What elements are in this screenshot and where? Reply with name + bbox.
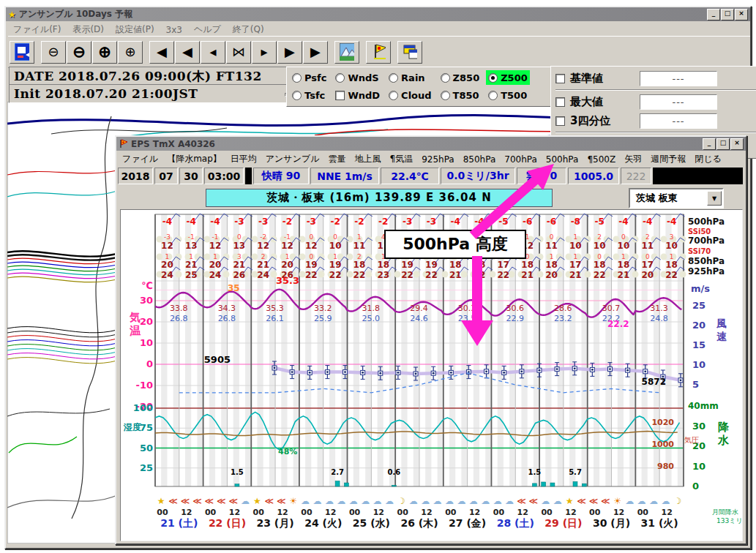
step-back-button[interactable]: ◀: [175, 41, 200, 64]
zoom-in-fine-button[interactable]: ⊕: [118, 41, 143, 64]
bg-menu-item[interactable]: 3x3: [160, 24, 188, 36]
stop-button[interactable]: ⋈: [226, 41, 251, 64]
status-day[interactable]: 30: [179, 168, 203, 184]
bg-menu-item[interactable]: 終了(Q): [227, 23, 270, 37]
radio-icon[interactable]: [441, 91, 450, 100]
stat-value-field[interactable]: ---: [640, 71, 717, 86]
stat-value-field[interactable]: ---: [640, 113, 717, 129]
next-frame-button[interactable]: ▸: [252, 41, 277, 64]
svg-text:-4: -4: [474, 217, 484, 227]
checkbox-icon[interactable]: [335, 91, 345, 100]
status-weather[interactable]: 快晴 90: [253, 168, 309, 184]
svg-text:☁: ☁: [493, 496, 502, 506]
status-year[interactable]: 2018: [118, 168, 153, 184]
bg-menu-item[interactable]: ファイル(F): [7, 23, 67, 37]
param-z500[interactable]: Z500: [486, 70, 530, 85]
fast-forward-button[interactable]: ▶: [303, 41, 328, 64]
zoom-out-button[interactable]: ⊖: [67, 41, 91, 64]
status-wind[interactable]: NNE 1m/s: [310, 168, 379, 184]
step-forward-button[interactable]: ▶: [277, 41, 302, 64]
zoom-in-button[interactable]: ⊕: [92, 41, 117, 64]
svg-text:-10: -10: [136, 380, 154, 391]
radio-icon[interactable]: [335, 73, 345, 83]
status-temp[interactable]: 22.4℃: [381, 168, 439, 184]
param-t850[interactable]: T850: [438, 89, 482, 103]
eps-menu-item[interactable]: ¶気温: [385, 152, 417, 166]
eps-menu-item[interactable]: ファイル: [118, 152, 162, 166]
eps-titlebar[interactable]: EPS TmX A40326 _□×: [116, 137, 746, 151]
bg-menu-item[interactable]: 表示(D): [67, 23, 110, 37]
svg-text:21: 21: [257, 260, 269, 270]
svg-text:22: 22: [498, 270, 510, 280]
eps-close-button[interactable]: ×: [730, 138, 744, 150]
prev-frame-button[interactable]: ◂: [201, 41, 225, 64]
bg-menu-item[interactable]: ヘルプ: [188, 23, 227, 37]
eps-minimize-button[interactable]: _: [703, 138, 716, 150]
svg-text:-4: -4: [667, 217, 676, 227]
eps-maximize-button[interactable]: □: [716, 138, 730, 150]
status-pressure[interactable]: 1005.0: [568, 168, 619, 184]
eps-menu-item[interactable]: 雲量: [323, 152, 350, 166]
param-z850[interactable]: Z850: [438, 70, 482, 85]
param-wndd[interactable]: WndD: [333, 89, 382, 103]
eps-menu-item[interactable]: 925hPa: [417, 154, 459, 165]
svg-text:0: 0: [309, 233, 313, 241]
zoom-out-fine-button[interactable]: ⊖: [41, 41, 66, 64]
param-tsfc[interactable]: Tsfc: [290, 89, 329, 103]
svg-text:12: 12: [421, 508, 432, 517]
param-cloud[interactable]: Cloud: [386, 89, 434, 103]
radio-icon[interactable]: [441, 73, 450, 83]
eps-menu-item[interactable]: 700hPa: [500, 154, 542, 165]
rewind-button[interactable]: ◀: [149, 41, 174, 64]
radio-icon[interactable]: [389, 91, 398, 100]
svg-text:気圧: 気圧: [684, 436, 699, 444]
svg-text:SSi70: SSi70: [688, 247, 711, 255]
radio-icon[interactable]: [389, 73, 398, 83]
param-wnds[interactable]: WndS: [333, 70, 382, 85]
param-rain[interactable]: Rain: [386, 70, 434, 85]
eps-menu-item[interactable]: 地上風: [350, 152, 385, 166]
eps-menu-item[interactable]: 500hPa: [542, 154, 583, 165]
status-rain[interactable]: 0.0ミリ/3hr: [441, 168, 515, 184]
param-label: T500: [501, 90, 527, 101]
svg-text:速: 速: [716, 331, 727, 342]
status-row: 2018073003:00快晴 90NNE 1m/s22.4℃0.0ミリ/3hr…: [118, 167, 743, 185]
flag-button[interactable]: [366, 41, 391, 64]
station-select[interactable]: 茨城 板東 ▼: [629, 188, 724, 208]
status-cloud[interactable]: 雲量 0: [517, 168, 566, 184]
param-psfc[interactable]: Psfc: [290, 70, 329, 85]
bg-menu-item[interactable]: 設定値(P): [110, 23, 160, 37]
chevron-down-icon[interactable]: ▼: [707, 191, 722, 206]
eps-menu-item[interactable]: 矢羽: [620, 152, 646, 166]
svg-text:SSi50: SSi50: [688, 227, 711, 236]
image-view-button[interactable]: [334, 41, 359, 64]
checkbox-icon[interactable]: [555, 116, 565, 126]
svg-text:00: 00: [493, 508, 505, 517]
eps-menu-item[interactable]: 日平均: [226, 152, 261, 166]
status-month[interactable]: 07: [154, 168, 178, 184]
radio-icon[interactable]: [488, 91, 498, 100]
bg-maximize-button[interactable]: □: [721, 9, 734, 20]
checkbox-icon[interactable]: [555, 74, 565, 83]
eps-menu-item[interactable]: 【降水map】: [162, 152, 226, 166]
bg-close-button[interactable]: ×: [735, 9, 748, 20]
bg-minimize-button[interactable]: _: [707, 9, 720, 20]
svg-text:12: 12: [517, 508, 528, 517]
stat-value-field[interactable]: ---: [640, 94, 717, 110]
eps-menu-item[interactable]: 週間予報: [646, 152, 690, 166]
eps-menu-item[interactable]: 850hPa: [459, 154, 501, 165]
radio-icon[interactable]: [292, 73, 302, 83]
eps-menu-item[interactable]: 閉じる: [690, 152, 726, 166]
eps-menu-item[interactable]: ¶500Z: [583, 154, 620, 165]
status-time[interactable]: 03:00: [204, 168, 244, 184]
eps-menu-item[interactable]: アンサンブル: [261, 152, 324, 166]
checkbox-icon[interactable]: [555, 97, 565, 107]
bg-titlebar[interactable]: ★ アンサンブル 10Days 予報 _□×: [6, 7, 750, 21]
cascade-windows-button[interactable]: [397, 41, 422, 64]
param-t500[interactable]: T500: [486, 89, 530, 103]
param-label: Rain: [401, 72, 425, 83]
status-extra[interactable]: 222: [621, 168, 651, 184]
slide-view-button[interactable]: [10, 41, 34, 64]
radio-icon[interactable]: [292, 91, 302, 100]
radio-icon[interactable]: [488, 73, 498, 83]
